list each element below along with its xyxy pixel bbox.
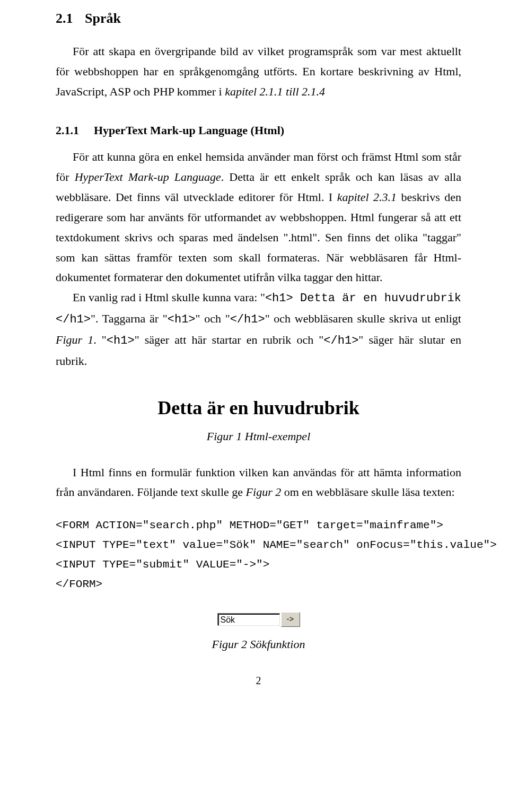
text-run: om en webbläsare skulle läsa texten: <box>281 485 454 499</box>
document-page: 2.1Språk För att skapa en övergripande b… <box>0 0 509 708</box>
figure-1-rendered-output: Detta är en huvudrubrik <box>56 397 461 419</box>
text-run: " säger att här startar en rubrik och " <box>135 333 324 346</box>
paragraph-1: För att skapa en övergripande bild av vi… <box>56 41 461 101</box>
code-inline: <h1> <box>107 334 135 347</box>
figure-2-rendered-output: Sök-> <box>56 612 461 627</box>
section-number: 2.1 <box>56 11 85 27</box>
italic-term: HyperText Mark-up Language <box>75 170 221 184</box>
figure-1-caption: Figur 1 Html-exempel <box>56 430 461 443</box>
figure-2-caption: Figur 2 Sökfunktion <box>56 638 461 651</box>
italic-ref: Figur 2 <box>246 485 282 499</box>
text-run: " och webbläsaren skulle skriva ut enlig… <box>265 312 461 325</box>
page-number: 2 <box>56 675 461 687</box>
code-inline: <h1> <box>168 313 196 326</box>
italic-ref: kapitel 2.1.1 till 2.1.4 <box>225 85 325 98</box>
subsection-heading: 2.1.1HyperText Mark-up Language (Html) <box>56 124 461 137</box>
subsection-title: HyperText Mark-up Language (Html) <box>94 124 284 137</box>
text-run: En vanlig rad i Html skulle kunna vara: … <box>73 291 265 304</box>
code-inline: </h1> <box>323 334 358 347</box>
text-run: " och " <box>196 312 230 325</box>
code-block-form-example: <FORM ACTION="search.php" METHOD="GET" t… <box>56 516 461 594</box>
text-run: . " <box>93 333 107 346</box>
section-title: Språk <box>85 11 121 26</box>
italic-ref: kapitel 2.3.1 <box>337 190 397 204</box>
search-form-example: Sök-> <box>217 612 300 627</box>
italic-ref: Figur 1 <box>56 333 93 346</box>
code-inline: </h1> <box>230 313 265 326</box>
subsection-number: 2.1.1 <box>56 124 94 137</box>
search-submit-button-example: -> <box>281 612 300 627</box>
paragraph-2: För att kunna göra en enkel hemsida anvä… <box>56 147 461 287</box>
paragraph-3: En vanlig rad i Html skulle kunna vara: … <box>56 287 461 371</box>
text-run: ". Taggarna är " <box>91 312 168 325</box>
section-heading: 2.1Språk <box>56 11 461 27</box>
search-input-example: Sök <box>217 613 280 626</box>
text-run: beskrivs den redigerare som har använts … <box>56 190 461 284</box>
paragraph-4: I Html finns en formulär funktion vilken… <box>56 462 461 503</box>
example-heading-output: Detta är en huvudrubrik <box>157 397 359 418</box>
